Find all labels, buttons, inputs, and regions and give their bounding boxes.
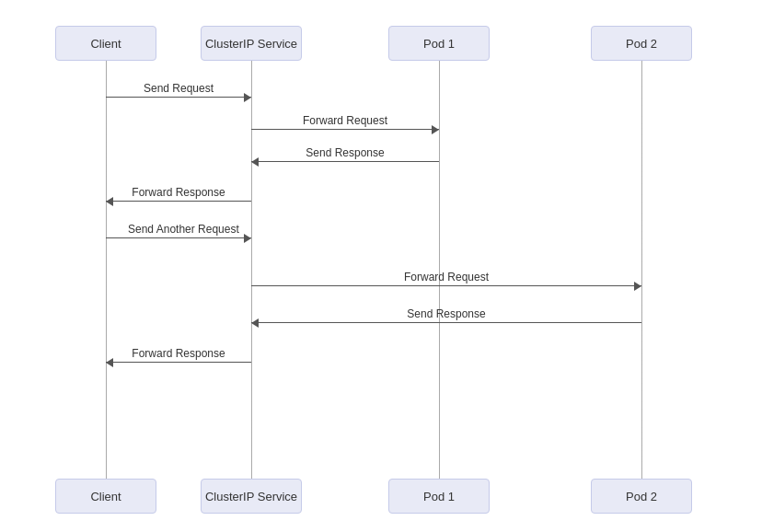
actor-pod2-bottom: Pod 2: [591, 479, 692, 514]
arrow-line-send-another-request: [106, 237, 251, 238]
arrow-label-forward-request-2: Forward Request: [396, 271, 497, 283]
arrowhead-send-response-1: [251, 157, 259, 167]
arrow-label-forward-response-1: Forward Response: [128, 186, 229, 199]
lifeline-clusterip: [251, 61, 252, 479]
arrowhead-send-another-request: [244, 234, 251, 243]
arrowhead-send-response-2: [251, 318, 259, 328]
lifeline-pod2: [641, 61, 642, 479]
arrowhead-forward-response-2: [106, 358, 113, 367]
arrow-label-send-response-2: Send Response: [396, 307, 497, 320]
arrowhead-forward-response-1: [106, 197, 113, 206]
lifeline-client: [106, 61, 107, 479]
arrow-line-forward-request-1: [251, 129, 439, 130]
sequence-diagram: ClientClientClusterIP ServiceClusterIP S…: [0, 0, 762, 532]
actor-pod2-top: Pod 2: [591, 26, 692, 61]
arrow-label-send-response-1: Send Response: [294, 146, 396, 159]
actor-clusterip-top: ClusterIP Service: [201, 26, 302, 61]
actor-client-bottom: Client: [55, 479, 156, 514]
arrow-line-send-request: [106, 97, 251, 98]
arrowhead-send-request: [244, 93, 251, 102]
arrowhead-forward-request-2: [634, 282, 641, 291]
lifeline-pod1: [439, 61, 440, 479]
arrow-label-send-another-request: Send Another Request: [128, 223, 229, 236]
actor-pod1-top: Pod 1: [388, 26, 490, 61]
arrow-line-forward-request-2: [251, 285, 641, 286]
arrowhead-forward-request-1: [432, 125, 439, 134]
arrow-line-forward-response-2: [106, 362, 251, 363]
actor-client-top: Client: [55, 26, 156, 61]
arrow-line-forward-response-1: [106, 201, 251, 202]
arrow-label-forward-request-1: Forward Request: [294, 114, 396, 127]
arrow-line-send-response-2: [251, 322, 641, 323]
arrow-label-forward-response-2: Forward Response: [128, 347, 229, 360]
arrow-line-send-response-1: [251, 161, 439, 162]
actor-clusterip-bottom: ClusterIP Service: [201, 479, 302, 514]
arrow-label-send-request: Send Request: [128, 82, 229, 95]
actor-pod1-bottom: Pod 1: [388, 479, 490, 514]
